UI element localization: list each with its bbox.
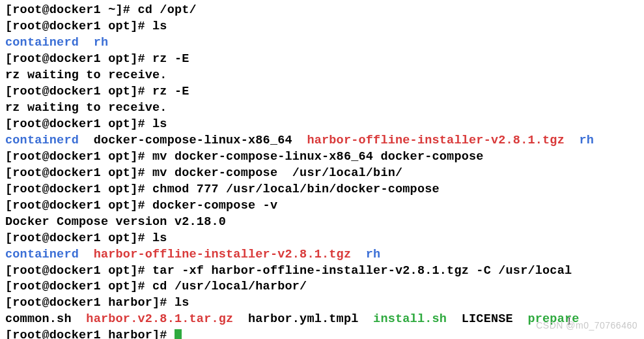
prompt: [root@docker1 opt]# [5, 264, 152, 278]
dir: rh [79, 36, 108, 50]
terminal-line: [root@docker1 opt]# ls [5, 19, 639, 35]
prompt: [root@docker1 harbor]# [5, 296, 175, 310]
command: mv docker-compose-linux-x86_64 docker-co… [152, 150, 484, 164]
command: docker-compose -v [152, 199, 277, 213]
command: ls [152, 117, 167, 131]
command: ls [152, 231, 167, 245]
prompt: [root@docker1 opt]# [5, 183, 152, 196]
terminal-line: [root@docker1 opt]# rz -E [5, 52, 639, 68]
cursor-block-icon [175, 329, 182, 339]
terminal-line: containerd rh [5, 35, 639, 52]
terminal-line: rz waiting to receive. [5, 100, 639, 117]
prompt: [root@docker1 opt]# [5, 85, 152, 98]
file: harbor.yml.tmpl [233, 312, 373, 326]
command: rz -E [152, 52, 189, 66]
file: LICENSE [447, 312, 527, 326]
archive: harbor.v2.8.1.tar.gz [86, 312, 233, 326]
output: rz waiting to receive. [5, 101, 167, 115]
file: common.sh [5, 312, 86, 326]
terminal-line: [root@docker1 opt]# mv docker-compose-li… [5, 149, 639, 166]
archive: harbor-offline-installer-v2.8.1.tgz [94, 248, 352, 261]
terminal-line: [root@docker1 opt]# tar -xf harbor-offli… [5, 263, 639, 280]
terminal-line: [root@docker1 opt]# mv docker-compose /u… [5, 166, 639, 182]
file: docker-compose-linux-x86_64 [79, 134, 307, 147]
prompt: [root@docker1 opt]# [5, 280, 152, 293]
command: cd /usr/local/harbor/ [152, 280, 307, 293]
command: mv docker-compose /usr/local/bin/ [152, 166, 402, 180]
command: chmod 777 /usr/local/bin/docker-compose [152, 183, 440, 196]
terminal-line: [root@docker1 ~]# cd /opt/ [5, 3, 639, 19]
terminal-line: [root@docker1 opt]# ls [5, 117, 639, 133]
prompt: [root@docker1 opt]# [5, 52, 152, 66]
executable: install.sh [373, 312, 447, 326]
prompt: [root@docker1 opt]# [5, 150, 152, 164]
watermark: CSDN @m0_70766460 [536, 319, 637, 332]
terminal-line: [root@docker1 harbor]# ls [5, 295, 639, 312]
terminal-line: [root@docker1 opt]# rz -E [5, 84, 639, 100]
dir: rh [565, 134, 594, 147]
command: ls [175, 296, 189, 310]
prompt: [root@docker1 opt]# [5, 166, 152, 180]
terminal-line: [root@docker1 opt]# cd /usr/local/harbor… [5, 279, 639, 295]
command: cd /opt/ [137, 3, 196, 17]
dir: containerd [5, 248, 79, 261]
dir: containerd [5, 134, 79, 147]
archive: harbor-offline-installer-v2.8.1.tgz [307, 134, 565, 147]
terminal-line: Docker Compose version v2.18.0 [5, 214, 639, 231]
command: tar -xf harbor-offline-installer-v2.8.1.… [152, 264, 572, 278]
terminal-line: [root@docker1 opt]# chmod 777 /usr/local… [5, 182, 639, 198]
prompt: [root@docker1 opt]# [5, 199, 152, 213]
terminal-line: containerd docker-compose-linux-x86_64 h… [5, 133, 639, 149]
prompt: [root@docker1 harbor]# [5, 329, 175, 339]
prompt: [root@docker1 opt]# [5, 231, 152, 245]
command: ls [152, 20, 167, 33]
dir: containerd [5, 36, 79, 50]
output: Docker Compose version v2.18.0 [5, 215, 226, 229]
terminal-line: rz waiting to receive. [5, 68, 639, 84]
gap [79, 248, 94, 261]
terminal-line: [root@docker1 opt]# docker-compose -v [5, 198, 639, 214]
dir: rh [351, 248, 380, 261]
prompt: [root@docker1 ~]# [5, 3, 137, 17]
output: rz waiting to receive. [5, 68, 167, 82]
terminal-line: [root@docker1 opt]# ls [5, 231, 639, 247]
terminal-line: containerd harbor-offline-installer-v2.8… [5, 247, 639, 263]
prompt: [root@docker1 opt]# [5, 117, 152, 131]
command: rz -E [152, 85, 189, 98]
prompt: [root@docker1 opt]# [5, 20, 152, 33]
